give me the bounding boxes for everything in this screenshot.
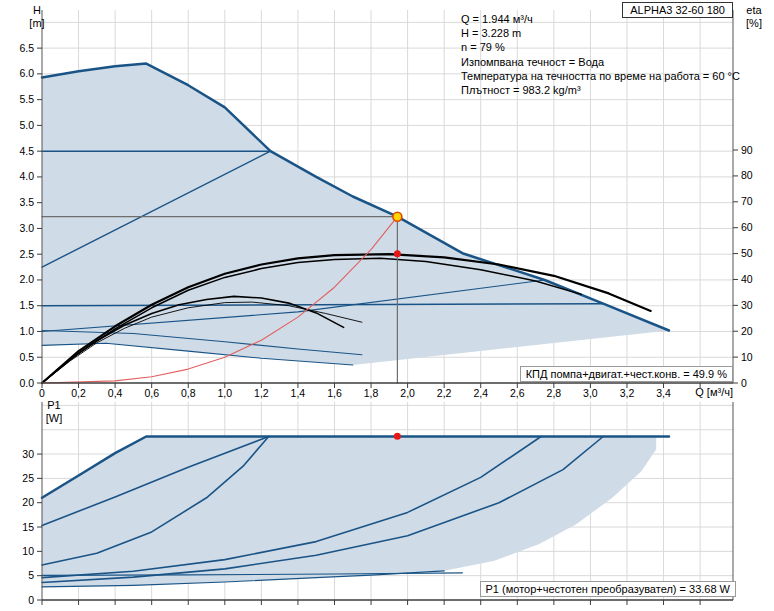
y2-tick-label: 50 bbox=[741, 247, 753, 259]
y-tick-label: 0.5 bbox=[19, 351, 34, 363]
info-line: H = 3.228 m bbox=[461, 26, 740, 40]
y-tick-label: 10 bbox=[22, 545, 34, 557]
y2-tick-label: 10 bbox=[741, 351, 753, 363]
y-tick-label: 5.0 bbox=[19, 119, 34, 131]
y-tick-label: 2.0 bbox=[19, 273, 34, 285]
x-tick-label: 1,0 bbox=[217, 387, 232, 399]
eta-axis-symbol: eta bbox=[741, 4, 767, 17]
x-tick-label: 3,2 bbox=[620, 387, 635, 399]
y2-tick-label: 20 bbox=[741, 325, 753, 337]
y-tick-label: 0.0 bbox=[19, 377, 34, 389]
h-axis-symbol: H bbox=[25, 4, 49, 17]
x-tick-label: 1,4 bbox=[291, 387, 306, 399]
y-tick-label: 1.5 bbox=[19, 299, 34, 311]
operating-envelope bbox=[42, 437, 656, 587]
power-point bbox=[394, 433, 401, 440]
y-tick-label: 30 bbox=[22, 448, 34, 460]
y2-tick-label: 90 bbox=[741, 144, 753, 156]
y-tick-label: 15 bbox=[22, 521, 34, 533]
info-line: Температура на течността по време на раб… bbox=[461, 69, 740, 83]
y-tick-label: 5.5 bbox=[19, 93, 34, 105]
p1-axis-label: P1 [W] bbox=[42, 399, 66, 425]
x-tick-label: 2,4 bbox=[473, 387, 488, 399]
y-tick-label: 3.0 bbox=[19, 222, 34, 234]
y2-tick-label: 0 bbox=[741, 377, 747, 389]
q-axis-label: Q [м³/ч] bbox=[695, 386, 733, 398]
p1-axis-unit: [W] bbox=[42, 412, 66, 425]
y2-tick-label: 60 bbox=[741, 221, 753, 233]
x-tick-label: 1,8 bbox=[364, 387, 379, 399]
p1-axis-symbol: P1 bbox=[42, 399, 66, 412]
x-tick-label: 0 bbox=[39, 387, 45, 399]
x-tick-label: 3,4 bbox=[656, 387, 671, 399]
h-axis-label: H [m] bbox=[25, 4, 49, 30]
info-line: Q = 1.944 м³/ч bbox=[461, 12, 740, 26]
info-line: n = 79 % bbox=[461, 40, 740, 54]
x-tick-label: 2,0 bbox=[400, 387, 415, 399]
y2-tick-label: 40 bbox=[741, 273, 753, 285]
efficiency-result-label: КПД помпа+двигат.+чест.конв. = 49.9 % bbox=[520, 366, 733, 382]
y-tick-label: 6.0 bbox=[19, 67, 34, 79]
x-tick-label: 0,6 bbox=[144, 387, 159, 399]
y2-tick-label: 80 bbox=[741, 169, 753, 181]
pump-curve-panel: 00,20,40,60,81,01,21,41,61,82,02,22,42,6… bbox=[0, 0, 774, 611]
x-tick-label: 0,4 bbox=[108, 387, 123, 399]
h-axis-unit: [m] bbox=[25, 17, 49, 30]
power-result-label: P1 (мотор+честотен преобразувател) = 33.… bbox=[480, 581, 736, 597]
eta-axis-unit: [%] bbox=[741, 17, 767, 30]
x-tick-label: 3,0 bbox=[583, 387, 598, 399]
y2-tick-label: 70 bbox=[741, 195, 753, 207]
y-tick-label: 3.5 bbox=[19, 196, 34, 208]
x-tick-label: 2,8 bbox=[547, 387, 562, 399]
y-tick-label: 6.5 bbox=[19, 42, 34, 54]
duty-point[interactable] bbox=[393, 212, 402, 221]
y-tick-label: 20 bbox=[22, 496, 34, 508]
info-line: Плътност = 983.2 kg/m³ bbox=[461, 83, 740, 97]
y-tick-label: 1.0 bbox=[19, 325, 34, 337]
duty-info-block: Q = 1.944 м³/чH = 3.228 mn = 79 %Изпомпв… bbox=[461, 12, 740, 97]
x-tick-label: 0,2 bbox=[71, 387, 86, 399]
y-tick-label: 5 bbox=[28, 569, 34, 581]
x-tick-label: 2,6 bbox=[510, 387, 525, 399]
info-line: Изпомпвана течност = Вода bbox=[461, 55, 740, 69]
y-tick-label: 4.0 bbox=[19, 170, 34, 182]
eta-axis-label: eta [%] bbox=[741, 4, 767, 30]
x-tick-label: 2,2 bbox=[437, 387, 452, 399]
x-tick-label: 1,6 bbox=[327, 387, 342, 399]
y-tick-label: 2.5 bbox=[19, 248, 34, 260]
y-tick-label: 25 bbox=[22, 472, 34, 484]
efficiency-point bbox=[394, 250, 401, 257]
x-tick-label: 1,2 bbox=[254, 387, 269, 399]
y2-tick-label: 30 bbox=[741, 299, 753, 311]
y-tick-label: 4.5 bbox=[19, 145, 34, 157]
x-tick-label: 0,8 bbox=[181, 387, 196, 399]
y-tick-label: 0 bbox=[28, 594, 34, 606]
